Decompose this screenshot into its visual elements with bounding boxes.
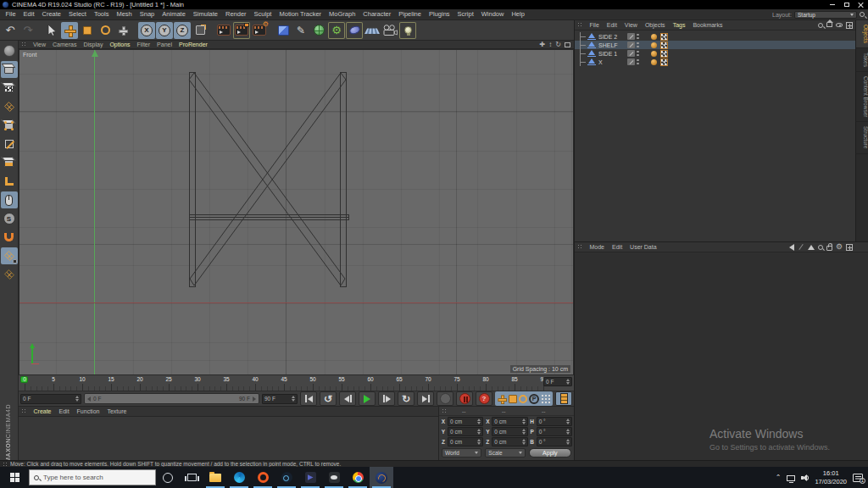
add-icon[interactable] — [846, 22, 853, 29]
object-row-shelf[interactable]: SHELF — [575, 41, 868, 49]
deformers-button[interactable] — [346, 22, 363, 39]
menu-window[interactable]: Window — [477, 9, 508, 19]
stepper-icon[interactable] — [565, 439, 570, 445]
panel-handle-icon[interactable] — [21, 42, 27, 47]
tab-takes[interactable]: Takes — [856, 48, 868, 72]
menu-animate[interactable]: Animate — [159, 9, 190, 19]
object-menu-view[interactable]: View — [620, 20, 641, 30]
taskbar-app-media[interactable] — [298, 467, 322, 488]
panel-handle-icon[interactable] — [577, 22, 583, 28]
object-menu-file[interactable]: File — [586, 20, 603, 30]
material-menu-texture[interactable]: Texture — [103, 407, 131, 417]
cortana-button[interactable] — [156, 467, 180, 488]
polygons-mode-button[interactable] — [1, 154, 18, 171]
planar-workplane-button[interactable] — [1, 266, 18, 283]
viewport-menu-view[interactable]: View — [30, 40, 49, 50]
menu-help[interactable]: Help — [508, 9, 528, 19]
autokey-help-button[interactable]: ? — [476, 391, 492, 406]
search-commander-icon[interactable] — [860, 12, 865, 17]
settings-gear-icon[interactable]: ⚙ — [836, 243, 843, 251]
stepper-icon[interactable] — [565, 379, 570, 385]
render-picture-viewer-button[interactable] — [233, 22, 250, 39]
stepper-icon[interactable] — [476, 439, 481, 445]
menu-pipeline[interactable]: Pipeline — [395, 9, 426, 19]
menu-create[interactable]: Create — [38, 9, 65, 19]
visibility-dots-icon[interactable] — [637, 34, 639, 40]
key-pla-icon[interactable] — [541, 394, 551, 404]
object-row-x[interactable]: X — [575, 58, 868, 66]
tab-structure[interactable]: Structure — [856, 122, 868, 153]
attribute-menu-edit[interactable]: Edit — [609, 242, 626, 252]
phong-tag-icon[interactable] — [651, 34, 657, 40]
environment-button[interactable] — [364, 22, 381, 39]
edit-toggle-icon[interactable] — [627, 42, 635, 48]
last-used-tool-button[interactable] — [114, 22, 131, 39]
stepper-icon[interactable] — [476, 429, 481, 435]
key-rotation-icon[interactable] — [519, 395, 527, 403]
history-forward-icon[interactable] — [798, 244, 803, 250]
play-backwards-button[interactable]: ↺ — [320, 391, 337, 406]
stepper-icon[interactable] — [290, 396, 295, 402]
model-mode-button[interactable] — [1, 61, 18, 78]
menu-file[interactable]: File — [2, 9, 19, 19]
phong-tag-icon[interactable] — [651, 59, 657, 65]
object-name[interactable]: SHELF — [598, 42, 627, 48]
texture-tag-icon[interactable] — [660, 50, 668, 58]
stepper-icon[interactable] — [565, 419, 570, 424]
edit-toggle-icon[interactable] — [627, 50, 635, 57]
material-menu-edit[interactable]: Edit — [55, 407, 73, 417]
taskbar-app-steam[interactable] — [275, 467, 298, 488]
render-view-button[interactable] — [215, 22, 232, 39]
coord-field-y[interactable]: 0 cm — [492, 427, 527, 436]
timeline-range-scrollbar[interactable]: 0 F 90 F — [84, 393, 259, 404]
panel-handle-icon[interactable] — [21, 408, 27, 414]
scale-tool-button[interactable] — [79, 22, 96, 39]
texture-mode-button[interactable] — [1, 80, 18, 97]
viewport-menu-display[interactable]: Display — [80, 40, 106, 50]
undo-button[interactable]: ↶ — [2, 22, 19, 39]
viewport-camera-label[interactable]: Front — [23, 52, 36, 58]
phong-tag-icon[interactable] — [651, 42, 657, 48]
edges-mode-button[interactable] — [1, 136, 18, 152]
coord-field-z[interactable]: 0 cm — [448, 437, 483, 446]
subdivision-surface-button[interactable] — [310, 22, 327, 39]
viewport-canvas[interactable]: Front Grid Spacing : 10 cm — [19, 49, 574, 375]
taskbar-app-chrome[interactable] — [346, 467, 370, 488]
material-menu-function[interactable]: Function — [73, 407, 103, 417]
menu-simulate[interactable]: Simulate — [189, 9, 221, 19]
menu-character[interactable]: Character — [359, 9, 395, 19]
menu-tools[interactable]: Tools — [90, 9, 113, 19]
edit-toggle-icon[interactable] — [627, 58, 635, 65]
phong-tag-icon[interactable] — [651, 51, 657, 57]
range-right-arrow-icon[interactable] — [253, 396, 256, 402]
viewport-menu-options[interactable]: Options — [106, 40, 133, 50]
lock-icon[interactable] — [826, 246, 832, 251]
coord-field-h[interactable]: 0 ° — [537, 417, 572, 426]
network-icon[interactable] — [787, 475, 795, 481]
menu-motion-tracker[interactable]: Motion Tracker — [275, 9, 326, 19]
tray-expand-icon[interactable]: ⌃ — [776, 474, 782, 481]
edit-toggle-icon[interactable] — [627, 33, 635, 40]
object-menu-bookmarks[interactable]: Bookmarks — [689, 20, 726, 30]
key-position-icon[interactable] — [498, 395, 506, 402]
clock[interactable]: 16:01 17/03/2020 — [815, 469, 847, 485]
stepper-icon[interactable] — [565, 429, 570, 435]
taskbar-search-input[interactable]: Type here to search — [29, 469, 156, 485]
viewport-menu-filter[interactable]: Filter — [134, 40, 154, 50]
attribute-menu-mode[interactable]: Mode — [586, 242, 609, 252]
current-frame-field[interactable]: 0 F — [543, 377, 572, 386]
attribute-menu-user-data[interactable]: User Data — [626, 242, 661, 252]
coord-field-z[interactable]: 0 cm — [492, 437, 527, 446]
redo-button[interactable]: ↷ — [19, 22, 36, 39]
material-menu-create[interactable]: Create — [30, 407, 55, 417]
light-button[interactable] — [399, 22, 416, 39]
viewport-maximize-icon[interactable] — [565, 42, 570, 47]
maximize-button[interactable] — [839, 0, 854, 9]
task-view-button[interactable] — [180, 467, 203, 488]
minimize-button[interactable] — [825, 0, 839, 9]
record-disabled-button[interactable] — [437, 391, 453, 406]
menu-plugins[interactable]: Plugins — [425, 9, 453, 19]
coordinate-space-select[interactable]: World — [442, 448, 481, 458]
texture-tag-icon[interactable] — [660, 42, 668, 49]
taskbar-app-discord[interactable] — [322, 467, 346, 488]
